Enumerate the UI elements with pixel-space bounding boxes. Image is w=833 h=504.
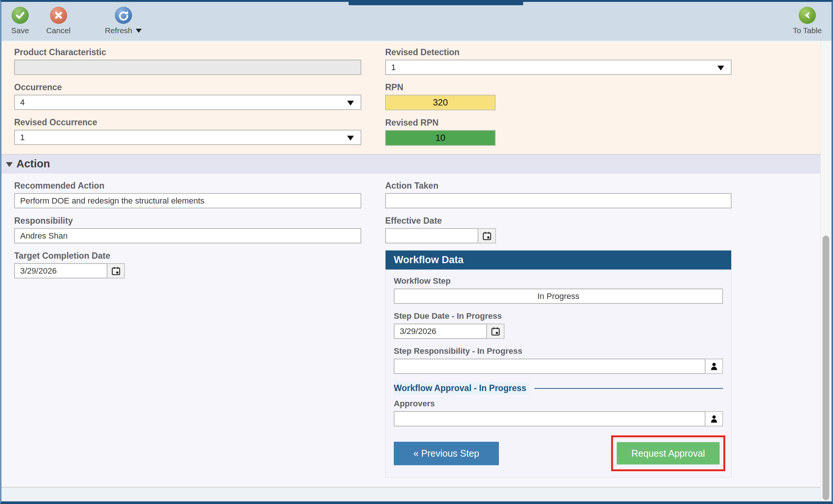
workflow-approval-heading: Workflow Approval - In Progress [394,382,529,394]
target-completion-date-field: Target Completion Date [14,250,361,278]
step-responsibility-label: Step Responsibility - In Progress [394,346,723,357]
workflow-step-label: Workflow Step [394,275,723,287]
calendar-icon [111,266,121,276]
target-completion-date-calendar-button[interactable] [107,263,125,278]
revised-rpn-value-badge: 10 [385,130,496,146]
revised-detection-label: Revised Detection [385,47,732,58]
effective-date-label: Effective Date [385,215,732,226]
action-section-title: Action [16,158,50,170]
workflow-buttons-row: « Previous Step Request Approval [394,435,723,471]
recommended-action-label: Recommended Action [14,180,361,191]
save-button[interactable]: Save [11,2,29,35]
target-completion-date-label: Target Completion Date [14,250,361,261]
rpn-label: RPN [385,82,732,93]
workflow-step-input[interactable] [394,289,723,304]
product-characteristic-input [14,60,361,75]
step-due-date-calendar-button[interactable] [487,324,504,339]
heading-rule [534,388,723,389]
step-responsibility-input[interactable] [394,359,705,374]
target-completion-date-input[interactable] [14,263,107,278]
action-left-column: Recommended Action Responsibility Target… [14,180,361,478]
action-section-body: Recommended Action Responsibility Target… [1,173,820,478]
cancel-label: Cancel [46,26,70,35]
rpn-field: RPN 320 [385,82,732,110]
calendar-icon [482,231,492,241]
chevron-down-icon [347,136,354,141]
fmea-right-column: Revised Detection 1 RPN 320 Revised RPN … [385,47,732,154]
annotation-highlight-box: Request Approval [611,435,725,471]
revised-occurrence-label: Revised Occurrence [14,117,361,128]
action-right-column: Action Taken Effective Date [385,180,732,478]
occurrence-label: Occurrence [14,82,361,93]
recommended-action-field: Recommended Action [14,180,361,208]
toolbar: Save Cancel Refresh To [1,2,832,41]
action-taken-input[interactable] [385,193,732,208]
top-accent-bar [349,2,523,5]
to-table-button[interactable]: To Table [793,2,822,35]
chevron-down-icon [717,66,724,70]
step-responsibility-user-picker-button[interactable] [705,359,723,374]
action-taken-field: Action Taken [385,180,732,208]
refresh-icon [115,7,132,24]
occurrence-field: Occurrence 4 [14,82,361,110]
approvers-user-picker-button[interactable] [705,411,723,426]
occurrence-select[interactable]: 4 [14,95,361,110]
revised-occurrence-field: Revised Occurrence 1 [14,117,361,145]
action-section-header[interactable]: Action [1,154,820,173]
revised-occurrence-value: 1 [20,133,25,142]
step-due-date-label: Step Due Date - In Progress [394,311,723,322]
revised-detection-select[interactable]: 1 [385,60,732,75]
action-taken-label: Action Taken [385,180,732,191]
chevron-down-icon [347,101,354,105]
calendar-icon [490,326,501,337]
collapse-triangle-icon [6,162,13,167]
to-table-label: To Table [793,26,822,35]
step-due-date-field: Step Due Date - In Progress [394,311,723,339]
approvers-field: Approvers [394,398,723,426]
save-check-icon [12,7,29,24]
workflow-data-body: Workflow Step Step Due Date - In Progres… [386,270,731,477]
vertical-scrollbar-track[interactable] [820,42,832,501]
approvers-input[interactable] [394,411,705,426]
vertical-scrollbar-thumb[interactable] [823,236,829,500]
effective-date-input[interactable] [385,228,478,243]
revised-rpn-label: Revised RPN [385,117,732,128]
previous-step-button[interactable]: « Previous Step [394,442,499,465]
save-label: Save [11,26,29,35]
approvers-label: Approvers [394,398,723,409]
effective-date-field: Effective Date [385,215,732,243]
recommended-action-input[interactable] [14,193,361,208]
refresh-menu-chevron-down-icon[interactable] [136,29,142,33]
workflow-approval-heading-row: Workflow Approval - In Progress [394,382,723,394]
revised-detection-value: 1 [391,63,396,72]
fmea-left-column: Product Characteristic Occurrence 4 Revi… [14,47,361,154]
effective-date-calendar-button[interactable] [478,228,496,243]
person-icon [709,414,719,424]
cancel-x-icon [50,7,67,24]
occurrence-value: 4 [20,98,25,107]
step-responsibility-field: Step Responsibility - In Progress [394,346,723,374]
workflow-data-header: Workflow Data [386,251,731,270]
fmea-editor-window: Save Cancel Refresh To [0,0,833,504]
product-characteristic-field: Product Characteristic [14,47,361,75]
responsibility-label: Responsibility [14,215,361,226]
cancel-button[interactable]: Cancel [46,2,70,35]
revised-rpn-field: Revised RPN 10 [385,117,732,146]
responsibility-input[interactable] [14,228,361,243]
person-icon [709,362,719,371]
responsibility-field: Responsibility [14,215,361,243]
form-scroll-area: Product Characteristic Occurrence 4 Revi… [1,42,820,501]
refresh-button[interactable]: Refresh [105,2,142,35]
fmea-values-section: Product Characteristic Occurrence 4 Revi… [1,42,820,154]
revised-occurrence-select[interactable]: 1 [14,130,361,145]
workflow-data-panel: Workflow Data Workflow Step Step Due Dat… [385,250,732,478]
revised-detection-field: Revised Detection 1 [385,47,732,75]
status-footer-bar [1,487,832,501]
workflow-step-field: Workflow Step [394,275,723,304]
refresh-label: Refresh [105,26,132,35]
request-approval-button[interactable]: Request Approval [617,442,720,464]
back-to-table-arrow-icon [799,7,816,24]
step-due-date-input[interactable] [394,324,487,339]
rpn-value-badge: 320 [385,95,496,110]
product-characteristic-label: Product Characteristic [14,47,361,58]
